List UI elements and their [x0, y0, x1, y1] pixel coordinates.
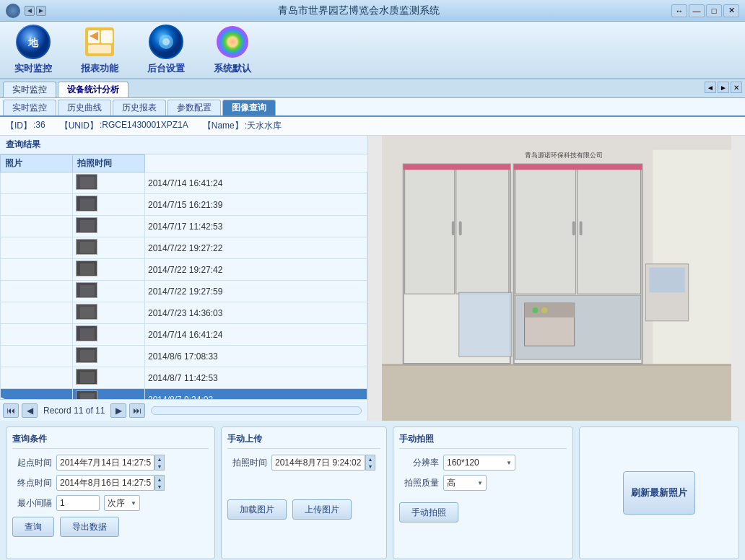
back-icon[interactable]: ◄: [25, 6, 35, 16]
table-row[interactable]: 2014/8/7 11:42:53: [1, 367, 367, 389]
forward-icon[interactable]: ►: [36, 6, 46, 16]
bottom-area: 查询条件 起点时间 ▲ ▼ 终点时间 ▲ ▼ 最小间隔: [0, 421, 745, 560]
id-label: 【ID】: [6, 120, 32, 132]
interval-label: 最小间隔: [12, 497, 52, 509]
end-time-input-group[interactable]: ▲ ▼: [56, 475, 165, 491]
load-image-button[interactable]: 加载图片: [227, 499, 287, 520]
photo-panel-title: 手动拍照: [399, 433, 567, 449]
app-title: 青岛市世界园艺博览会水质监测系统: [46, 4, 671, 17]
thumbnail-cell: [73, 324, 145, 346]
restore-button[interactable]: □: [706, 4, 722, 17]
info-name: 【Name】 :天水水库: [203, 120, 282, 132]
subtab-realtime[interactable]: 实时监控: [3, 100, 56, 115]
query-btn-row: 查询 导出数据: [12, 517, 209, 537]
end-time-label: 终点时间: [12, 477, 52, 489]
svg-rect-4: [101, 30, 113, 43]
table-row[interactable]: 2014/7/22 19:27:42: [1, 259, 367, 281]
nav-arrows[interactable]: ◄ ►: [25, 6, 46, 16]
tab-statistics[interactable]: 设备统计分析: [58, 82, 128, 97]
start-time-input-group[interactable]: ▲ ▼: [56, 455, 165, 471]
tab-scroll-left[interactable]: ◄: [705, 82, 716, 93]
table-row[interactable]: 2014/7/17 11:42:53: [1, 216, 367, 237]
thumbnail: [76, 282, 97, 298]
time-cell: 2014/8/7 9:24:02: [145, 389, 367, 400]
table-row[interactable]: 2014/7/14 16:41:24: [1, 324, 367, 346]
svg-rect-52: [525, 303, 575, 318]
subtab-history-report[interactable]: 历史报表: [113, 100, 166, 115]
toolbar-system[interactable]: 系统默认: [214, 25, 251, 75]
horizontal-scrollbar[interactable]: [151, 406, 362, 415]
next-page-button[interactable]: ▶: [110, 403, 126, 418]
prev-page-button[interactable]: ◀: [22, 403, 38, 418]
svg-point-8: [162, 38, 170, 45]
subtab-image-query[interactable]: 图像查询: [222, 100, 276, 115]
svg-rect-50: [514, 165, 642, 170]
end-time-input[interactable]: [56, 475, 154, 491]
report-label: 报表功能: [81, 62, 118, 75]
start-time-spinner[interactable]: ▲ ▼: [154, 455, 165, 471]
tab-realtime[interactable]: 实时监控: [3, 82, 56, 97]
table-row[interactable]: 2014/8/6 17:08:33: [1, 346, 367, 367]
table-row[interactable]: 2014/7/14 16:41:24: [1, 172, 367, 194]
tab-close-icon[interactable]: ✕: [731, 82, 742, 93]
toolbar-backend[interactable]: 后台设置: [147, 25, 185, 75]
upload-image-button[interactable]: 上传图片: [292, 499, 352, 520]
table-row[interactable]: 2014/7/22 19:27:59: [1, 281, 367, 302]
svg-rect-39: [456, 165, 509, 294]
upload-time-label: 拍照时间: [227, 457, 267, 469]
title-bar: ◄ ► 青岛市世界园艺博览会水质监测系统 ↔ — □ ✕: [0, 0, 745, 22]
last-page-button[interactable]: ⏭: [129, 403, 145, 418]
quality-select[interactable]: 高 ▼: [443, 475, 487, 491]
interval-unit-select[interactable]: 次序 ▼: [104, 495, 140, 511]
tab-bar: 实时监控 设备统计分析 ◄ ► ✕: [0, 79, 745, 98]
upload-time-input-group[interactable]: ▲ ▼: [271, 455, 375, 471]
window-controls[interactable]: ↔ — □ ✕: [671, 4, 739, 17]
time-cell: 2014/7/22 19:27:59: [145, 281, 367, 302]
svg-rect-45: [515, 165, 576, 294]
svg-rect-30: [80, 372, 95, 383]
table-row[interactable]: 2014/7/22 19:27:22: [1, 237, 367, 259]
resolution-row: 分辨率 160*120 ▼: [399, 455, 567, 471]
shoot-button[interactable]: 手动拍照: [399, 502, 458, 522]
svg-rect-22: [80, 285, 95, 297]
toolbar-realtime[interactable]: 地 实时监控: [14, 25, 52, 75]
thumbnail: [76, 390, 97, 399]
unid-label: 【UNID】: [60, 120, 98, 132]
system-label: 系统默认: [214, 62, 251, 75]
export-button[interactable]: 导出数据: [60, 517, 119, 537]
upload-btn-row: 加载图片 上传图片: [227, 499, 380, 520]
tab-scroll-right[interactable]: ►: [718, 82, 729, 93]
realtime-label: 实时监控: [14, 62, 52, 75]
table-row[interactable]: 2014/7/15 16:21:39: [1, 194, 367, 216]
subtab-params[interactable]: 参数配置: [167, 100, 221, 115]
thumbnail: [76, 239, 97, 255]
svg-rect-28: [80, 350, 95, 362]
svg-rect-5: [88, 45, 111, 53]
upload-time-spinner[interactable]: ▲ ▼: [365, 455, 375, 471]
svg-rect-56: [649, 268, 684, 293]
close-button[interactable]: ✕: [723, 4, 739, 17]
thumbnail: [76, 196, 97, 211]
tab-controls[interactable]: ◄ ► ✕: [705, 82, 742, 93]
backend-icon: [149, 25, 183, 59]
interval-input[interactable]: [56, 495, 100, 511]
thumbnail: [76, 174, 97, 190]
resolution-select[interactable]: 160*120 ▼: [443, 455, 515, 471]
refresh-button[interactable]: 刷新最新照片: [623, 471, 695, 515]
start-time-input[interactable]: [56, 455, 154, 471]
thumbnail-cell: [73, 172, 145, 194]
minimize-button[interactable]: —: [689, 4, 705, 17]
data-table[interactable]: 照片 拍照时间 2014/7/14 16:41:242014/7/15 16:2…: [0, 154, 367, 399]
table-row[interactable]: ▶2014/8/7 9:24:02: [1, 389, 367, 400]
table-row[interactable]: 2014/7/23 14:36:03: [1, 302, 367, 324]
time-cell: 2014/8/6 17:08:33: [145, 346, 367, 367]
query-button[interactable]: 查询: [12, 517, 54, 537]
subtab-history-curve[interactable]: 历史曲线: [58, 100, 111, 115]
svg-rect-40: [452, 222, 455, 236]
toolbar-report[interactable]: 报表功能: [81, 25, 118, 75]
upload-time-input[interactable]: [271, 455, 365, 471]
resize-icon[interactable]: ↔: [671, 4, 687, 17]
first-page-button[interactable]: ⏮: [3, 403, 19, 418]
end-time-spinner[interactable]: ▲ ▼: [154, 475, 165, 491]
thumbnail-cell: [73, 281, 145, 302]
